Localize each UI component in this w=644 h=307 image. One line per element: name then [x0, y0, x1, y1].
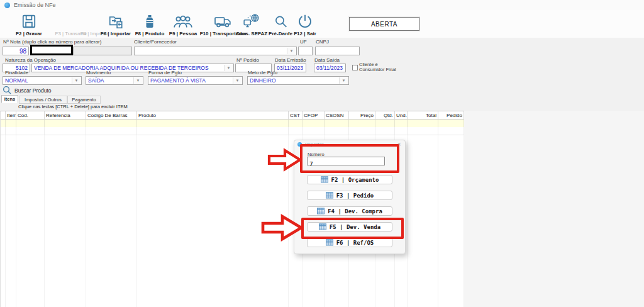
power-icon	[297, 13, 313, 30]
chevron-down-icon[interactable]: ▼	[224, 65, 233, 71]
grid-cell[interactable]	[1, 127, 6, 135]
grid-cell[interactable]	[303, 120, 325, 127]
tab-itens[interactable]: Itens	[1, 95, 18, 103]
grid-row-empty[interactable]	[1, 127, 464, 135]
chevron-down-icon[interactable]: ▼	[72, 77, 80, 84]
column-header: Pedido	[438, 111, 464, 119]
pessoa-label: P9 | Pessoa	[169, 31, 197, 36]
column-header: Preço	[349, 111, 375, 119]
grid-row-active[interactable]	[1, 120, 464, 127]
gravar-button[interactable]: F2 | Gravar	[9, 10, 49, 36]
dev-compra-button[interactable]: F4 | Dev. Compra	[307, 206, 392, 216]
emissao-label: Data Emissão	[275, 57, 306, 63]
grid-cell[interactable]	[137, 127, 289, 135]
orcamento-button[interactable]: F2 | Orçamento	[307, 175, 392, 184]
natureza-combo[interactable]: VENDA DE MERCADORIA ADQUIRIDA OU RECEBID…	[31, 64, 234, 72]
column-header: CFOP	[303, 111, 325, 119]
window-title: Emissão de NFe	[14, 2, 56, 8]
pedido-button[interactable]: F3 | Pedido	[307, 191, 392, 200]
natureza-label: Natureza da Operação	[5, 57, 56, 63]
cnpj-field[interactable]	[315, 47, 360, 55]
sefaz-globe-monitor-icon	[243, 13, 260, 30]
meio-pgto-value: DINHEIRO	[250, 77, 276, 84]
grid-cell[interactable]	[395, 120, 408, 127]
forma-pgto-label: Forma de Pgto	[148, 70, 182, 75]
column-header: Cod.	[16, 111, 45, 119]
emissao-field[interactable]: 03/11/2023	[274, 64, 306, 72]
window-titlebar: Emissão de NFe	[0, 0, 644, 10]
grid-cell[interactable]	[16, 120, 45, 127]
chevron-down-icon[interactable]: ▼	[287, 48, 296, 54]
meio-pgto-combo[interactable]: DINHEIRO▼	[247, 76, 349, 85]
dialog-app-icon	[297, 142, 302, 147]
table-icon	[319, 223, 326, 230]
cliente-combo[interactable]: ▼	[134, 47, 297, 55]
nfe-window: { "titlebar": { "title": "Emissão de NFe…	[0, 0, 644, 307]
grid-cell[interactable]	[438, 120, 464, 127]
content-background	[464, 111, 644, 307]
grid-cell[interactable]	[438, 127, 464, 135]
nota-field[interactable]	[3, 47, 29, 55]
grid-cell[interactable]	[289, 127, 303, 135]
grid-cell[interactable]	[408, 120, 438, 127]
product-bottle-icon	[142, 13, 157, 30]
importar-label: F6 | Importar	[101, 31, 131, 36]
chevron-down-icon[interactable]: ▼	[133, 77, 142, 84]
chevron-down-icon[interactable]: ▼	[339, 77, 348, 84]
finalidade-combo[interactable]: NORMAL▼	[3, 76, 82, 85]
numero-input[interactable]	[308, 160, 384, 168]
forma-pgto-combo[interactable]: PAGAMENTO À VISTA▼	[148, 76, 243, 85]
meio-pgto-label: Meio de Pgto	[248, 70, 277, 75]
pedido-button-label: F3 | Pedido	[336, 193, 374, 199]
sair-label: F12 | Sair	[294, 31, 316, 36]
grid-cell[interactable]	[6, 120, 16, 127]
grid-cell[interactable]	[45, 120, 86, 127]
grid-cell[interactable]	[86, 120, 137, 127]
sefaz-button[interactable]: Cons. SEFAZ	[234, 10, 269, 36]
grid-cell[interactable]	[1, 120, 6, 127]
grid-cell[interactable]	[16, 127, 45, 135]
numero-field[interactable]	[307, 157, 385, 165]
column-header: CST	[289, 111, 303, 119]
nota-input[interactable]	[5, 48, 26, 55]
pessoa-button[interactable]: P9 | Pessoa	[165, 10, 201, 36]
grid-cell[interactable]	[349, 127, 375, 135]
grid-cell[interactable]	[137, 120, 289, 127]
grid-cell[interactable]	[6, 127, 16, 135]
grid-cell[interactable]	[408, 127, 438, 135]
search-icon[interactable]	[2, 85, 12, 95]
orcamento-label: F2 | Orçamento	[331, 177, 379, 183]
redacted-field[interactable]	[30, 45, 73, 55]
importar-button[interactable]: F6 | Importar	[96, 10, 136, 36]
tab-pagamento[interactable]: Pagamento	[67, 96, 101, 104]
grid-cell[interactable]	[375, 120, 395, 127]
grid-cell[interactable]	[325, 127, 349, 135]
truck-icon	[213, 13, 233, 30]
table-icon	[326, 192, 333, 199]
grid-cell[interactable]	[349, 120, 375, 127]
preview-magnifier-icon	[273, 13, 289, 30]
close-icon[interactable]: ✕	[397, 142, 401, 147]
ref-os-label: F6 | Ref/OS	[336, 240, 374, 246]
dev-venda-button[interactable]: F5 | Dev. Venda	[307, 222, 392, 232]
tab-impostos-outros[interactable]: Impostos / Outros	[19, 96, 67, 104]
movimento-combo[interactable]: SAÍDA▼	[86, 76, 143, 85]
grid-cell[interactable]	[45, 127, 86, 135]
produto-button[interactable]: F8 | Produto	[132, 10, 167, 36]
consumidor-checkbox[interactable]	[352, 65, 358, 70]
nota-label: Nº Nota (duplo click no número para alte…	[3, 39, 101, 45]
buscar-produto-button[interactable]: Buscar Produto	[14, 87, 52, 94]
grid-cell[interactable]	[395, 127, 408, 135]
grid-cell[interactable]	[86, 127, 137, 135]
grid-cell[interactable]	[375, 127, 395, 135]
uf-field[interactable]	[298, 47, 313, 55]
ref-os-button[interactable]: F6 | Ref/OS	[307, 238, 392, 247]
pedido-label: Nº Pedido	[236, 57, 259, 63]
grid-cell[interactable]	[325, 120, 349, 127]
grid-cell[interactable]	[289, 120, 303, 127]
chevron-down-icon[interactable]: ▼	[233, 77, 242, 84]
produto-label: F8 | Produto	[135, 31, 165, 36]
sair-button[interactable]: F12 | Sair	[289, 10, 321, 36]
saida-field[interactable]: 03/11/2023	[314, 64, 346, 72]
grid-cell[interactable]	[303, 127, 325, 135]
